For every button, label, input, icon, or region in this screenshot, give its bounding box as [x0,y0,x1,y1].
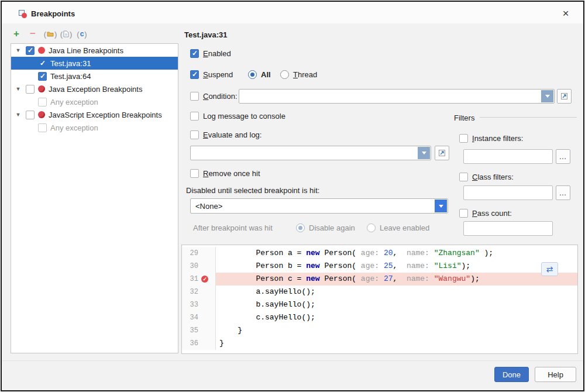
instance-filters-more-button[interactable]: … [556,149,570,164]
code-line: 30 Person b = new Person( age: 25, name:… [182,260,577,273]
code-token: 25 [384,262,393,270]
swap-arrows-icon: ⇄ [546,264,553,274]
code-text: a.sayHello(); [216,286,577,298]
class-filters-input[interactable] [463,185,553,200]
chevron-down-icon[interactable] [541,90,553,102]
title-bar: Breakpoints × [2,2,583,23]
tree-item-label: Java Line Breakpoints [49,46,123,55]
code-line: 31 Person c = new Person( age: 27, name:… [182,273,577,286]
group-checkbox[interactable] [26,85,35,94]
tree-item-label: Java Exception Breakpoints [49,85,142,94]
pass-count-label: Pass count: [472,209,512,218]
tree-item-java-exception-breakpoints[interactable]: Java Exception Breakpoints [11,82,178,95]
class-filters-checkbox[interactable] [459,173,468,181]
code-line: 34 c.sayHello(); [182,311,577,324]
disabled-until-combobox[interactable]: <None> [190,198,448,214]
log-message-label: Log message to console [203,112,285,121]
class-filters-label: Class filters: [472,173,514,181]
tree-item-javascript-exception-breakpoints[interactable]: JavaScript Exception Breakpoints [11,108,178,121]
condition-expand-button[interactable] [557,89,572,104]
group-by-class-button[interactable]: c [75,27,89,40]
group-checkbox[interactable] [26,111,35,119]
breakpoints-dialog: Breakpoints × + − c Java Line Breakpoint… [0,0,585,392]
chevron-expanded-icon[interactable] [14,86,22,92]
condition-checkbox[interactable] [190,92,199,101]
remove-once-checkbox[interactable] [190,169,199,178]
tree-item-test-java-64[interactable]: Test.java:64 [11,70,178,82]
selected-breakpoint-title: Test.java:31 [184,30,227,39]
code-token: ); [470,274,480,283]
log-message-checkbox[interactable] [190,112,199,121]
tree-item-any-exception-js[interactable]: Any exception [11,121,178,134]
label-text: hread [298,70,317,79]
tree-item-any-exception[interactable]: Any exception [11,95,178,108]
condition-combobox[interactable] [239,89,555,104]
gutter: 30 [182,260,216,273]
breakpoint-slot[interactable] [198,276,211,283]
close-icon[interactable]: × [559,6,573,20]
all-radio[interactable] [248,70,257,79]
code-text: } [216,337,577,350]
instance-filters-checkbox[interactable] [459,134,468,143]
disabled-until-value: <None> [195,199,222,213]
remove-breakpoint-button[interactable]: − [26,27,40,40]
evaluate-checkbox[interactable] [190,130,199,139]
add-breakpoint-button[interactable]: + [9,27,23,40]
line-number: 33 [182,298,198,311]
class-filters-row: Class filters: [459,171,514,182]
chevron-down-icon[interactable] [418,147,430,159]
group-by-package-button[interactable] [43,27,57,40]
disable-again-option: Disable again [296,222,355,233]
gutter: 33 [182,298,216,311]
chevron-expanded-icon[interactable] [14,47,22,53]
pass-count-checkbox[interactable] [459,209,468,218]
remove-once-label: Remove once hit [203,169,260,178]
breakpoint-checkbox[interactable] [38,123,47,132]
breakpoint-checkbox[interactable] [38,98,47,106]
code-token: Person( [320,249,361,257]
code-token: } [219,326,242,335]
enabled-checkbox[interactable] [190,49,199,58]
chevron-down-icon[interactable] [435,200,447,212]
all-label: All [261,70,271,79]
label-text: E [203,49,208,58]
suspend-label: Suspend [203,70,233,79]
breakpoint-checkbox[interactable] [38,72,47,81]
evaluate-expand-button[interactable] [435,146,449,160]
tree-item-test-java-31[interactable]: Test.java:31 [11,57,178,70]
window-title: Breakpoints [31,9,75,18]
evaluate-combobox[interactable] [190,146,431,160]
disable-again-radio[interactable] [296,223,305,232]
code-line: 33 b.sayHello(); [182,298,577,311]
breakpoint-checkbox[interactable] [38,59,47,68]
suspend-checkbox[interactable] [190,70,199,79]
code-token: new [306,262,319,270]
thread-radio[interactable] [280,70,289,79]
class-filters-more-button[interactable]: … [556,185,570,200]
done-button[interactable]: Done [494,367,529,382]
code-token: Person b = [219,262,306,270]
code-token: c.sayHello(); [219,313,315,322]
code-token: ); [480,249,493,257]
editor-action-button[interactable]: ⇄ [541,262,558,276]
tree-item-java-line-breakpoints[interactable]: Java Line Breakpoints [11,44,178,57]
footer-separator [2,360,583,361]
class-letter: c [80,30,84,38]
help-label: Help [548,370,563,379]
filters-label: Filters [454,114,474,122]
pass-count-input[interactable] [463,221,553,236]
chevron-expanded-icon[interactable] [14,112,22,118]
label-text: T [293,70,298,79]
label-text: P [472,209,477,218]
gutter: 31 [182,273,216,286]
help-button[interactable]: Help [535,367,576,382]
group-checkbox[interactable] [26,46,35,55]
instance-filters-input[interactable] [463,149,553,164]
code-line: 35 } [182,324,577,337]
label-text: S [203,70,208,79]
leave-enabled-label: Leave enabled [380,223,429,232]
leave-enabled-radio[interactable] [367,223,376,232]
code-token: } [219,339,224,348]
verified-breakpoint-icon[interactable] [201,276,208,283]
group-by-file-button[interactable] [59,27,73,40]
